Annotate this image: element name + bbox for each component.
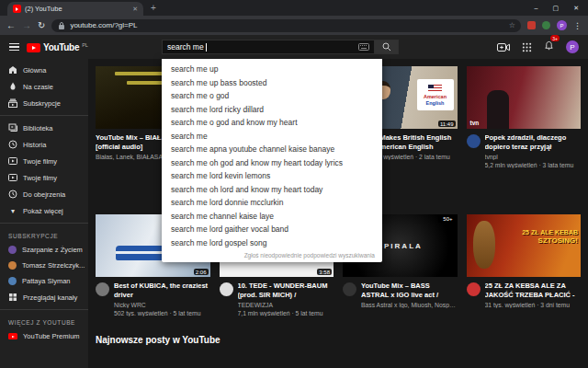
sidebar-item-your-videos[interactable]: Twoje filmy <box>0 153 88 169</box>
video-channel[interactable]: tvnpl <box>485 154 582 160</box>
thumbnail-art <box>473 221 495 269</box>
video-title[interactable]: 25 ZŁ ZA KEBSA ALE ZA JAKOŚĆ TRZEBA PŁAC… <box>485 282 582 300</box>
suggestion-item[interactable]: search me o god <box>162 89 382 103</box>
sidebar-item-youtube-premium[interactable]: YouTube Premium <box>0 328 88 344</box>
channel-avatar[interactable] <box>467 134 481 148</box>
sidebar-item-label: Do obejrzenia <box>23 190 65 199</box>
thumbnail-text: 25 ZŁ ALE KEBAB <box>522 228 578 236</box>
thumbnail-card: American English <box>417 79 454 110</box>
forward-button[interactable]: → <box>22 21 31 30</box>
browser-toolbar: ← → ↻ youtube.com/?gl=PL ☆ P ⋮ <box>0 16 588 35</box>
thumbnail-text: American <box>424 94 447 99</box>
report-predictions-link[interactable]: Zgłoś nieodpowiednie podpowiedzi wyszuki… <box>162 249 382 262</box>
search-button[interactable] <box>375 40 399 54</box>
subscriptions-icon <box>8 98 17 108</box>
reload-button[interactable]: ↻ <box>38 21 45 30</box>
youtube-play-icon <box>27 43 40 52</box>
search-bar: search me <box>162 40 399 54</box>
channel-avatar[interactable] <box>467 282 481 296</box>
suggestion-item[interactable]: search me up bass boosted <box>162 76 382 90</box>
window-minimize-button[interactable]: – <box>535 5 538 12</box>
channel-avatar <box>8 246 17 254</box>
suggestion-item[interactable]: search me channel kaise laye <box>162 210 382 224</box>
keyboard-icon[interactable] <box>358 43 369 51</box>
suggestion-item[interactable]: search me lord gospel song <box>162 236 382 250</box>
video-title[interactable]: Popek zdradził, dlaczego dopiero teraz p… <box>485 133 582 152</box>
hamburger-menu-icon[interactable] <box>9 43 19 52</box>
window-maximize-button[interactable]: ▢ <box>553 5 560 12</box>
video-thumbnail[interactable]: tvn <box>467 66 582 129</box>
account-avatar[interactable]: P <box>566 40 579 53</box>
extension-icon[interactable] <box>542 21 550 29</box>
search-input[interactable]: search me <box>162 40 375 54</box>
browser-profile-avatar[interactable]: P <box>557 20 567 30</box>
sidebar-item-label: Na czasie <box>23 83 53 91</box>
video-thumbnail[interactable]: 25 ZŁ ALE KEBAB SZTOSING! <box>467 214 582 277</box>
youtube-logo[interactable]: YouTube PL <box>27 42 88 52</box>
duration-badge: 3:58 <box>317 269 332 275</box>
video-card[interactable]: tvn Popek zdradził, dlaczego dopiero ter… <box>467 66 582 168</box>
back-button[interactable]: ← <box>6 21 16 30</box>
extension-icon[interactable] <box>527 21 536 29</box>
channel-avatar[interactable] <box>343 282 356 296</box>
browser-tab[interactable]: (2) YouTube ✕ <box>7 2 143 16</box>
notification-count-badge: 3+ <box>550 35 560 41</box>
search-icon <box>382 42 391 52</box>
youtube-favicon-icon <box>13 5 21 13</box>
sidebar-subscription-channel[interactable]: Tomasz Strzelczyk... <box>0 258 88 273</box>
suggestion-item[interactable]: search me lord donnie mcclurkin <box>162 196 382 210</box>
video-title[interactable]: Best of KUBICA, the craziest driver <box>114 282 210 300</box>
suggestion-item[interactable]: search me lord kevin lemons <box>162 169 382 183</box>
address-bar[interactable]: youtube.com/?gl=PL ☆ <box>51 19 521 32</box>
sidebar-item-watch-later[interactable]: Do obejrzenia <box>0 186 88 202</box>
channel-avatar[interactable] <box>220 282 233 296</box>
thumbnail-text-block: 25 ZŁ ALE KEBAB SZTOSING! <box>522 228 578 246</box>
video-title[interactable]: 10. TEDE - WUNDER-BAUM (prod. SIR MICH) … <box>238 282 334 300</box>
video-title[interactable]: YouTube Mix – BASS ASTRAL x IGO live act… <box>361 282 458 300</box>
sidebar-subscription-channel[interactable]: Pattaya Slyman <box>0 273 88 289</box>
channel-avatar[interactable] <box>96 282 109 296</box>
bookmark-star-icon[interactable]: ☆ <box>509 21 515 29</box>
film-icon <box>8 173 17 182</box>
video-card[interactable]: 25 ZŁ ALE KEBAB SZTOSING! 25 ZŁ ZA KEBSA… <box>467 214 582 316</box>
sidebar-item-home[interactable]: Główna <box>0 62 88 78</box>
suggestion-item[interactable]: search me oh god and know my heart today… <box>162 156 382 170</box>
suggestion-item[interactable]: search me up <box>162 63 382 76</box>
suggestion-item[interactable]: search me lord gaither vocal band <box>162 223 382 236</box>
video-channel[interactable]: TEDEWIZJA <box>238 302 334 308</box>
window-close-button[interactable]: ✕ <box>573 5 579 12</box>
sidebar-item-subscriptions[interactable]: Subskrypcje <box>0 95 88 111</box>
apps-grid-icon[interactable] <box>522 42 532 52</box>
channel-name: Tomasz Strzelczyk... <box>22 261 85 270</box>
youtube-header: YouTube PL search me 3+ P <box>0 35 588 59</box>
channel-avatar <box>8 261 17 270</box>
video-meta: 5,2 mln wyświetleń · 3 lata temu <box>485 162 582 168</box>
new-tab-button[interactable]: + <box>151 3 156 13</box>
sidebar-item-trending[interactable]: Na czasie <box>0 78 88 95</box>
browser-window: (2) YouTube ✕ + – ▢ ✕ ← → ↻ youtube.com/… <box>0 0 588 368</box>
suggestion-item[interactable]: search me o god and know my heart <box>162 116 382 130</box>
sidebar-item-show-more[interactable]: ▾ Pokaż więcej <box>0 202 88 219</box>
url-text[interactable]: youtube.com/?gl=PL <box>70 21 504 29</box>
youtube-logo-text: YouTube <box>43 42 79 52</box>
sidebar-item-history[interactable]: Historia <box>0 136 88 153</box>
sidebar-item-label: Historia <box>23 141 46 149</box>
sidebar-subscription-channel[interactable]: Szarpanie z Życiem <box>0 242 88 258</box>
suggestion-item[interactable]: search me apna youtube channel kaise ban… <box>162 143 382 156</box>
tab-close-icon[interactable]: ✕ <box>132 6 138 13</box>
video-channel[interactable]: Nicky WRC <box>114 302 210 308</box>
sidebar-item-your-movies[interactable]: Twoje filmy <box>0 169 88 186</box>
video-meta: 31 tys. wyświetleń · 3 dni temu <box>485 302 582 308</box>
suggestion-item[interactable]: search me oh lord and know my heart toda… <box>162 183 382 197</box>
video-meta: 7,1 mln wyświetleń · 5 lat temu <box>238 310 334 316</box>
sidebar-item-library[interactable]: Biblioteka <box>0 120 88 136</box>
sidebar-item-browse-channels[interactable]: Przeglądaj kanały <box>0 289 88 305</box>
more-from-youtube-header: WIĘCEJ Z YOUTUBE <box>0 314 88 328</box>
suggestion-item[interactable]: search me <box>162 130 382 144</box>
create-video-icon[interactable] <box>497 43 510 52</box>
browser-menu-icon[interactable]: ⋮ <box>573 21 582 30</box>
suggestion-item[interactable]: search me lord ricky dillard <box>162 103 382 117</box>
video-channel[interactable]: Bass Astral x Igo, Miuosh, Nospr i inni <box>361 302 458 308</box>
notifications-button[interactable]: 3+ <box>544 39 554 55</box>
bell-icon <box>544 40 554 52</box>
